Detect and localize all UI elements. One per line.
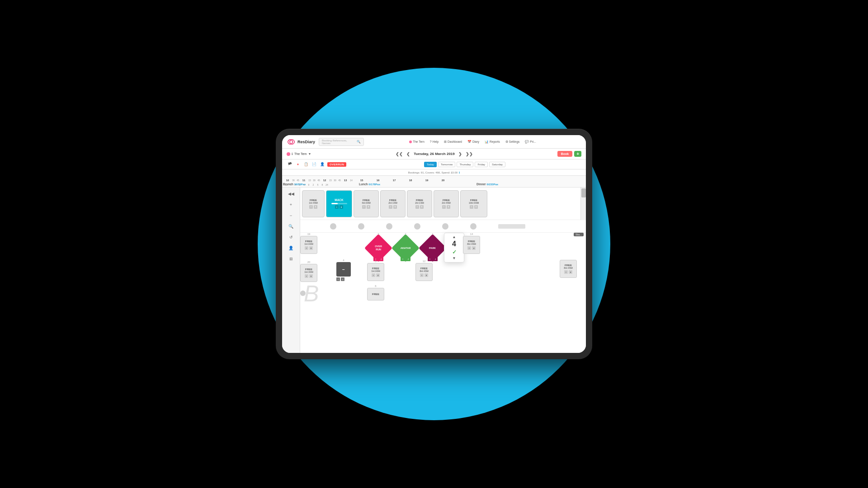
undo-icon[interactable]: ↺ — [287, 233, 296, 242]
search-bar[interactable]: Booking References, Names 🔍 — [319, 138, 364, 146]
refresh-icon[interactable]: ● — [295, 161, 301, 168]
nav-the-tern[interactable]: The Tern — [409, 140, 425, 143]
collapse-icon[interactable]: ◀◀ — [287, 189, 296, 198]
search-icon[interactable]: 🔍 — [357, 140, 361, 144]
next-day-arrow[interactable]: ❯ — [458, 152, 462, 156]
venue-name: The Tern — [294, 152, 307, 155]
table-12-free-block[interactable]: FREE 8H:45M ≡ 4 — [415, 263, 433, 281]
tr-icon-1: ≡ — [564, 270, 568, 274]
copy-icon[interactable]: 📋 — [303, 161, 309, 168]
table-4-dark-block[interactable]: − — [336, 262, 351, 277]
next-date-arrow[interactable]: ❯❯ — [466, 152, 473, 156]
block-free-4h[interactable]: FREE 4H:00M ≡ 6 — [354, 190, 379, 217]
block-icon: ≡ — [470, 205, 473, 209]
nav-diary[interactable]: 📅 Diary — [467, 140, 479, 144]
flag-icon: 🏴 — [287, 161, 293, 168]
popup-check[interactable]: ✓ — [452, 249, 457, 255]
block-mack[interactable]: MACK ≡ 6 — [326, 190, 352, 217]
diary-icon: 📅 — [467, 140, 472, 144]
table-1-area: 1 PARK ≡ 4 — [421, 233, 444, 259]
prev-date-arrow[interactable]: ❮❮ — [396, 152, 403, 156]
table-2-akhtar-wrapper: AKHTAR ≡ 4 — [394, 237, 417, 259]
left-sidebar: ◀◀ + − 🔍 ↺ 👤 ⊞ — [282, 188, 300, 353]
nav-reports[interactable]: 📊 Reports — [485, 140, 500, 144]
stats-text: Bookings: 91, Covers: 466, Spend: £0.00 — [408, 171, 458, 174]
mack-icon-2: 6 — [340, 205, 343, 209]
count-popup[interactable]: ▲ 4 ✓ ▼ — [444, 233, 464, 263]
table-19-free-block[interactable]: FREE 1H:00M ≡ 6 — [300, 236, 317, 254]
add-button[interactable]: + — [574, 151, 581, 157]
block-free-2h45m[interactable]: FREE 2H:45M ≡ 6 — [434, 190, 459, 217]
table-1-park-wrapper: PARK ≡ 4 — [421, 237, 444, 259]
table-2-area: 2 AKHTAR ≡ 4 — [394, 233, 417, 259]
table-19-area: 19 FREE 1H:00M ≡ 6 — [300, 233, 317, 254]
zoom-in-icon[interactable]: + — [287, 200, 296, 209]
search-zoom-icon[interactable]: 🔍 — [287, 222, 296, 231]
top-booking-row: FREE 1H:45M ≡ 6 MACK — [300, 188, 586, 220]
table-6-free-block[interactable]: FREE — [367, 288, 384, 300]
popup-up-arrow[interactable]: ▲ — [453, 235, 456, 239]
table-right-free-block[interactable]: FREE 8H:45M ≡ 4 — [560, 260, 577, 278]
block-free-2h15m-1[interactable]: FREE 2H:15M ≡ 6 — [380, 190, 406, 217]
nav-more[interactable]: 💬 Pri... — [525, 140, 536, 144]
thursday-btn[interactable]: Thursday — [457, 162, 473, 167]
block-icon: 6 — [447, 205, 450, 209]
time-30: 30 — [291, 179, 296, 182]
block-free-10h[interactable]: FREE 10H:00M ≡ 6 — [460, 190, 487, 217]
block-icon-list: ≡ — [309, 205, 313, 209]
person-sidebar-icon[interactable]: 👤 — [287, 244, 296, 253]
mack-progress-fill — [331, 203, 338, 204]
today-btn[interactable]: Today — [424, 162, 437, 167]
table-19-number: 19 — [300, 233, 317, 235]
booking-grid: FREE 1H:45M ≡ 6 MACK — [300, 188, 586, 353]
quick-nav-group: Today Tomorrow Thursday Friday Saturday — [348, 162, 581, 167]
book-button[interactable]: Book — [557, 151, 573, 157]
nav-dashboard[interactable]: ⊞ Dashboard — [444, 140, 462, 144]
mack-icon-1: ≡ — [335, 205, 339, 209]
tablet-screen: ResDiary Booking References, Names 🔍 The… — [282, 135, 586, 353]
top-navbar: ResDiary Booking References, Names 🔍 The… — [282, 135, 586, 149]
person-icon[interactable]: 👤 — [319, 161, 326, 168]
secondary-navbar: ℹ The Tern ▼ ❮❮ ❮ Tuesday, 26 March 2019… — [282, 149, 586, 160]
t5-icon-1: ≡ — [372, 273, 375, 277]
akhtar-icon-1: ≡ — [401, 257, 405, 261]
friday-btn[interactable]: Friday — [475, 162, 488, 167]
main-nav: The Tern ? Help ⊞ Dashboard 📅 Diary — [364, 140, 581, 144]
block-icon: ≡ — [415, 205, 419, 209]
venue-selector[interactable]: ℹ The Tern ▼ — [287, 152, 311, 156]
current-date: Tuesday, 26 March 2019 — [414, 152, 454, 156]
venue-dropdown-icon[interactable]: ▼ — [308, 152, 311, 155]
popup-number: 4 — [452, 240, 456, 248]
logo-text: ResDiary — [297, 140, 315, 144]
paste-icon[interactable]: 📄 — [311, 161, 317, 168]
more-icon: 💬 — [525, 140, 529, 144]
mack-label: MACK — [335, 198, 344, 202]
hour-10: 10 — [284, 179, 291, 182]
prev-day-arrow[interactable]: ❮ — [406, 152, 410, 156]
block-free-1h45m[interactable]: FREE 1H:45M ≡ 6 — [302, 190, 325, 217]
tablet-frame: ResDiary Booking References, Names 🔍 The… — [276, 129, 592, 359]
overrun-button[interactable]: OVERRUN — [327, 162, 346, 167]
nav-help[interactable]: ? Help — [430, 140, 439, 143]
logo-area: ResDiary — [287, 139, 315, 145]
table-5-free-block[interactable]: FREE 1H:00M ≡ 4 — [367, 263, 384, 281]
hour-20: 20 — [439, 179, 447, 182]
help-icon: ? — [430, 140, 432, 143]
grid-icon[interactable]: ⊞ — [287, 254, 296, 263]
zoom-out-icon[interactable]: − — [287, 211, 296, 220]
block-icon: 6 — [393, 205, 397, 209]
table-14-free-block[interactable]: FREE 8H:45M ≡ 4 — [463, 236, 480, 254]
scrollbar[interactable] — [580, 188, 586, 220]
nav-settings[interactable]: ⚙ Settings — [505, 140, 520, 144]
venue-indicator — [287, 152, 290, 156]
block-list-icon: ≡ — [305, 246, 308, 250]
tomorrow-btn[interactable]: Tomorrow — [438, 162, 455, 167]
table-area: 19 FREE 1H:00M ≡ 6 — [300, 233, 586, 236]
time-45: 45 — [296, 179, 300, 182]
park-icon-2: 4 — [433, 257, 438, 261]
saturday-btn[interactable]: Saturday — [489, 162, 505, 167]
table-20-free-block[interactable]: FREE 1H:30M ≡ 6 — [300, 264, 317, 282]
table-5-number: 5 — [367, 260, 384, 263]
popup-down-arrow[interactable]: ▼ — [453, 256, 456, 260]
block-free-2h15m-2[interactable]: FREE 2H:15M ≡ 6 — [407, 190, 432, 217]
